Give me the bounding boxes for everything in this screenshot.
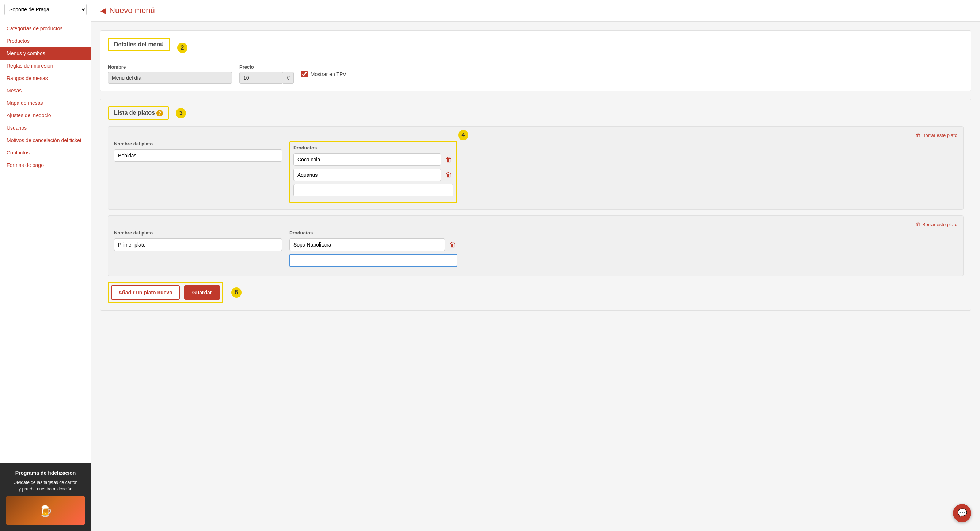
plato-1-name-col: Nombre del plato xyxy=(114,141,282,162)
plato-2-productos-label: Productos xyxy=(290,230,458,236)
currency-badge: € xyxy=(283,72,294,84)
chat-button[interactable]: 💬 xyxy=(953,504,971,522)
precio-label: Precio xyxy=(239,64,294,70)
location-select[interactable]: Soporte de Praga xyxy=(5,4,87,15)
plato-1-productos-col: 4 Productos 🗑 🗑 xyxy=(290,141,458,203)
plato-2-name-col: Nombre del plato xyxy=(114,230,282,251)
plato-card-1: 🗑 Borrar este plato Nombre del plato 4 P… xyxy=(108,126,964,209)
buttons-row: Añadir un plato nuevo Guardar 5 xyxy=(108,282,964,303)
step5-badge: 5 xyxy=(231,287,242,298)
trash-icon-2: 🗑 xyxy=(916,222,920,227)
sidebar-item-motivos[interactable]: Motivos de cancelación del ticket xyxy=(0,134,91,146)
promo-image: 🍺 xyxy=(6,496,85,525)
content-area: Detalles del menú 2 Nombre Precio € xyxy=(91,22,980,327)
plato-2-producto-1-input[interactable] xyxy=(290,238,445,251)
plato-2-productos-col: Productos 🗑 xyxy=(290,230,458,270)
delete-plato-1-button[interactable]: 🗑 Borrar este plato xyxy=(916,133,957,138)
help-icon[interactable]: ? xyxy=(156,110,163,116)
step4-badge: 4 xyxy=(458,130,468,140)
delete-plato-1-label: Borrar este plato xyxy=(922,133,957,138)
page-title: Nuevo menú xyxy=(109,6,155,15)
plato-2-nombre-label: Nombre del plato xyxy=(114,230,282,236)
back-button[interactable]: ◀ xyxy=(100,6,106,15)
plato-1-name-input[interactable] xyxy=(114,149,282,162)
price-group: € xyxy=(239,72,294,84)
nombre-label: Nombre xyxy=(108,64,232,70)
precio-input[interactable] xyxy=(239,72,283,84)
detalles-section: Detalles del menú 2 Nombre Precio € xyxy=(100,30,971,91)
lista-section: Lista de platos ? 3 🗑 Borrar este plato … xyxy=(100,98,971,311)
precio-group: Precio € xyxy=(239,64,294,84)
detalles-form-row: Nombre Precio € Mostrar en TPV xyxy=(108,64,964,84)
page-header: ◀ Nuevo menú xyxy=(91,0,980,22)
plato-2-producto-2-row xyxy=(290,254,458,267)
add-plato-button[interactable]: Añadir un plato nuevo xyxy=(111,285,180,300)
sidebar-dropdown-container: Soporte de Praga xyxy=(0,0,91,19)
plato-1-productos-highlighted: Productos 🗑 🗑 xyxy=(290,141,458,203)
mostrar-tpv-checkbox[interactable] xyxy=(301,71,308,78)
detalles-title: Detalles del menú xyxy=(108,38,170,51)
promo-title: Programa de fidelización xyxy=(6,469,85,477)
plato-1-productos-label: Productos xyxy=(293,145,453,151)
sidebar-item-categorias[interactable]: Categorías de productos xyxy=(0,22,91,35)
sidebar-nav: Categorías de productosProductosMenús y … xyxy=(0,19,91,463)
sidebar: Soporte de Praga Categorías de productos… xyxy=(0,0,91,531)
buttons-highlighted: Añadir un plato nuevo Guardar xyxy=(108,282,223,303)
sidebar-item-rangos[interactable]: Rangos de mesas xyxy=(0,72,91,84)
plato-1-inner: Nombre del plato 4 Productos 🗑 xyxy=(114,141,957,203)
nombre-input[interactable] xyxy=(108,72,232,84)
plato-1-producto-1-input[interactable] xyxy=(293,154,441,166)
plato-2-inner: Nombre del plato Productos 🗑 xyxy=(114,230,957,270)
nombre-group: Nombre xyxy=(108,64,232,84)
sidebar-item-formas[interactable]: Formas de pago xyxy=(0,159,91,171)
step3-badge: 3 xyxy=(176,108,186,118)
chat-icon: 💬 xyxy=(957,508,967,518)
plato-card-2: 🗑 Borrar este plato Nombre del plato Pro… xyxy=(108,216,964,276)
delete-plato-2-label: Borrar este plato xyxy=(922,222,957,227)
delete-producto-1-2-button[interactable]: 🗑 xyxy=(444,171,453,180)
sidebar-item-contactos[interactable]: Contactos xyxy=(0,146,91,159)
promo-line2: y prueba nuestra aplicación xyxy=(6,486,85,492)
delete-producto-2-1-button[interactable]: 🗑 xyxy=(448,240,458,249)
sidebar-item-menus[interactable]: Menús y combos xyxy=(0,47,91,60)
sidebar-item-reglas[interactable]: Reglas de impresión xyxy=(0,60,91,72)
sidebar-item-ajustes[interactable]: Ajustes del negocio xyxy=(0,109,91,122)
mostrar-tpv-group: Mostrar en TPV xyxy=(301,71,347,78)
plato-1-producto-3-input[interactable] xyxy=(293,184,453,197)
delete-producto-1-1-button[interactable]: 🗑 xyxy=(444,155,453,164)
lista-header: Lista de platos ? 3 xyxy=(108,106,964,120)
sidebar-item-usuarios[interactable]: Usuarios xyxy=(0,122,91,134)
trash-icon-1: 🗑 xyxy=(916,133,920,138)
sidebar-item-mapa[interactable]: Mapa de mesas xyxy=(0,97,91,109)
lista-title: Lista de platos ? xyxy=(108,106,169,120)
sidebar-promo: Programa de fidelización Olvidate de las… xyxy=(0,463,91,531)
plato-1-producto-3-row xyxy=(293,184,453,197)
sidebar-item-productos[interactable]: Productos xyxy=(0,35,91,47)
plato-2-producto-2-input[interactable] xyxy=(290,254,458,267)
plato-1-producto-2-row: 🗑 xyxy=(293,169,453,181)
plato-1-producto-2-input[interactable] xyxy=(293,169,441,181)
main-content: ◀ Nuevo menú Detalles del menú 2 Nombre … xyxy=(91,0,980,531)
delete-plato-2-button[interactable]: 🗑 Borrar este plato xyxy=(916,222,957,227)
save-button[interactable]: Guardar xyxy=(184,285,220,300)
mostrar-tpv-label: Mostrar en TPV xyxy=(310,71,347,77)
plato-1-nombre-label: Nombre del plato xyxy=(114,141,282,146)
plato-1-producto-1-row: 🗑 xyxy=(293,154,453,166)
plato-2-producto-1-row: 🗑 xyxy=(290,238,458,251)
plato-2-name-input[interactable] xyxy=(114,238,282,251)
step2-badge: 2 xyxy=(177,43,188,53)
promo-line1: Olvidate de las tarjetas de cartón xyxy=(6,479,85,486)
sidebar-item-mesas[interactable]: Mesas xyxy=(0,84,91,97)
